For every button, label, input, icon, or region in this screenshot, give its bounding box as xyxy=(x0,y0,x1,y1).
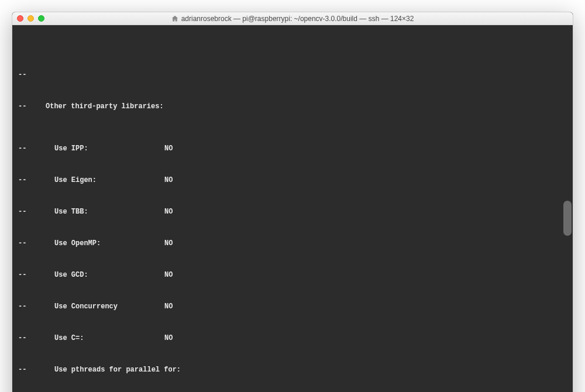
row-eigen: --Use Eigen:NO xyxy=(18,175,567,185)
row-cequals: --Use C=:NO xyxy=(18,333,567,343)
maximize-button[interactable] xyxy=(38,15,44,22)
row-concurrency: --Use ConcurrencyNO xyxy=(18,301,567,312)
titlebar[interactable]: adrianrosebrock — pi@raspberrypi: ~/open… xyxy=(12,12,573,25)
row-ipp: --Use IPP:NO xyxy=(18,143,567,154)
row-gcd: --Use GCD:NO xyxy=(18,270,567,280)
scrollbar-thumb[interactable] xyxy=(563,201,572,236)
traffic-lights xyxy=(17,15,44,22)
row-pthreads-label: --Use pthreads for parallel for: xyxy=(18,365,567,375)
blank-line: -- xyxy=(18,70,567,80)
terminal-window: adrianrosebrock — pi@raspberrypi: ~/open… xyxy=(12,12,573,392)
window-title: adrianrosebrock — pi@raspberrypi: ~/open… xyxy=(12,15,573,23)
window-title-text: adrianrosebrock — pi@raspberrypi: ~/open… xyxy=(181,15,414,23)
row-openmp: --Use OpenMP:NO xyxy=(18,238,567,249)
close-button[interactable] xyxy=(17,15,23,22)
row-tbb: --Use TBB:NO xyxy=(18,207,567,217)
home-icon xyxy=(171,15,178,22)
section-thirdparty: --Other third-party libraries: xyxy=(18,101,567,112)
terminal-body[interactable]: -- --Other third-party libraries: --Use … xyxy=(12,25,573,392)
minimize-button[interactable] xyxy=(27,15,34,22)
